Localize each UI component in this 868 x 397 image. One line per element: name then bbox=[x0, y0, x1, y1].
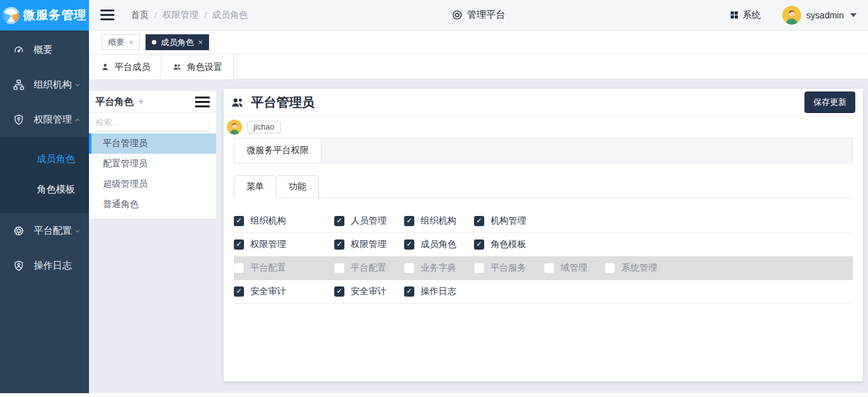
role-list: 平台管理员配置管理员超级管理员普通角色 bbox=[89, 131, 216, 215]
checkbox-checked-icon[interactable]: ✓ bbox=[334, 216, 344, 226]
checkbox-checked-icon[interactable]: ✓ bbox=[234, 239, 244, 250]
checkbox-checked-icon[interactable]: ✓ bbox=[474, 216, 484, 226]
role-search-input[interactable] bbox=[95, 118, 207, 127]
checkbox-checked-icon[interactable]: ✓ bbox=[234, 286, 244, 297]
role-panel-collapse-icon[interactable] bbox=[195, 97, 210, 107]
checkbox-checked-icon[interactable]: ✓ bbox=[234, 216, 244, 226]
checkbox-checked-icon[interactable]: ✓ bbox=[334, 286, 344, 297]
role-item-平台管理员[interactable]: 平台管理员 bbox=[89, 133, 216, 154]
sidebar-item-label: 组织机构 bbox=[34, 79, 72, 91]
add-role-button[interactable]: + bbox=[138, 96, 144, 107]
permission-cell: 业务字典 bbox=[404, 262, 474, 274]
inner-tab-菜单[interactable]: 菜单 bbox=[234, 175, 276, 198]
permission-label: 业务字典 bbox=[421, 262, 456, 274]
sidebar-nav: 概要组织机构权限管理成员角色角色模板平台配置操作日志 bbox=[0, 30, 89, 393]
breadcrumb-item[interactable]: 成员角色 bbox=[212, 10, 248, 21]
permission-cell: ✓人员管理 bbox=[334, 215, 404, 227]
sidebar-item-平台配置[interactable]: 平台配置 bbox=[0, 213, 89, 248]
breadcrumb-separator: / bbox=[154, 10, 157, 20]
sidebar-item-label: 操作日志 bbox=[34, 260, 72, 272]
chevron-down-icon bbox=[850, 13, 857, 17]
subtab-label: 平台成员 bbox=[115, 62, 151, 73]
header-bar: 首页/权限管理/成员角色 管理平台 系统 sysadmin bbox=[89, 0, 868, 30]
checkbox-checked-icon[interactable]: ✓ bbox=[404, 216, 414, 226]
permission-cell: 平台服务 bbox=[474, 262, 544, 274]
group-icon bbox=[172, 62, 182, 72]
sidebar-item-组织机构[interactable]: 组织机构 bbox=[0, 67, 89, 102]
sidebar-subitem-成员角色[interactable]: 成员角色 bbox=[0, 144, 89, 174]
subtab-平台成员[interactable]: 平台成员 bbox=[89, 55, 161, 79]
permission-label: 组织机构 bbox=[250, 215, 286, 227]
role-item-配置管理员[interactable]: 配置管理员 bbox=[89, 154, 216, 174]
permission-cell: 域管理 bbox=[544, 262, 605, 274]
role-item-普通角色[interactable]: 普通角色 bbox=[89, 194, 216, 215]
content-area: 平台角色 + 平台管理员配置管理员超级管理员普通角色 平台管理员 保存更新 ji… bbox=[89, 79, 868, 393]
role-search bbox=[95, 113, 210, 131]
chevron-up-icon bbox=[74, 116, 81, 124]
permission-label: 安全审计 bbox=[351, 286, 386, 297]
page-tab-概要[interactable]: 概要× bbox=[102, 34, 140, 50]
breadcrumb: 首页/权限管理/成员角色 bbox=[131, 10, 248, 21]
checkbox-checked-icon[interactable]: ✓ bbox=[404, 286, 414, 297]
permission-label: 域管理 bbox=[560, 262, 587, 274]
chevron-down-icon bbox=[74, 81, 81, 89]
checkbox-unchecked-icon bbox=[605, 263, 615, 273]
checkbox-checked-icon[interactable]: ✓ bbox=[404, 239, 414, 250]
close-icon[interactable]: × bbox=[129, 38, 133, 47]
sidebar-item-操作日志[interactable]: 操作日志 bbox=[0, 248, 89, 283]
user-avatar bbox=[782, 6, 801, 25]
permission-label: 组织机构 bbox=[421, 215, 456, 227]
tab-microservice-permissions[interactable]: 微服务平台权限 bbox=[234, 138, 322, 163]
subtab-label: 角色设置 bbox=[187, 62, 222, 73]
save-update-button[interactable]: 保存更新 bbox=[804, 91, 855, 113]
subtab-角色设置[interactable]: 角色设置 bbox=[161, 55, 234, 79]
role-item-超级管理员[interactable]: 超级管理员 bbox=[89, 174, 216, 194]
permission-cell: ✓机构管理 bbox=[474, 215, 544, 227]
page-tab-label: 概要 bbox=[108, 37, 125, 48]
permission-cell: ✓安全审计 bbox=[334, 286, 404, 297]
app-title: 微服务管理 bbox=[24, 7, 87, 24]
sidebar-submenu: 成员角色角色模板 bbox=[0, 137, 89, 213]
permission-cell: ✓安全审计 bbox=[234, 286, 334, 297]
search-icon bbox=[207, 118, 210, 126]
sidebar-item-概要[interactable]: 概要 bbox=[0, 32, 89, 67]
checkbox-checked-icon[interactable]: ✓ bbox=[334, 239, 344, 250]
sidebar-subitem-角色模板[interactable]: 角色模板 bbox=[0, 174, 89, 205]
system-menu[interactable]: 系统 bbox=[729, 10, 761, 21]
sidebar-item-权限管理[interactable]: 权限管理 bbox=[0, 102, 89, 137]
active-dot-icon bbox=[152, 40, 156, 44]
permission-label: 权限管理 bbox=[351, 239, 386, 250]
close-icon[interactable]: × bbox=[198, 38, 203, 47]
member-tag[interactable]: jichao bbox=[247, 121, 281, 133]
permission-cell: 平台配置 bbox=[334, 262, 404, 274]
page-tab-label: 成员角色 bbox=[161, 37, 194, 48]
permission-cell: ✓组织机构 bbox=[234, 215, 334, 227]
permission-row: ✓安全审计✓安全审计✓操作日志 bbox=[234, 280, 853, 304]
permission-label: 系统管理 bbox=[621, 262, 657, 274]
inner-tab-功能[interactable]: 功能 bbox=[276, 175, 319, 198]
person-icon bbox=[100, 62, 110, 72]
page-tab-成员角色[interactable]: 成员角色× bbox=[146, 34, 209, 50]
permission-row: ✓权限管理✓权限管理✓成员角色✓角色模板 bbox=[234, 233, 853, 257]
menu-collapse-icon[interactable] bbox=[100, 10, 114, 20]
group-icon bbox=[230, 95, 245, 110]
subtab-bar: 平台成员角色设置 bbox=[89, 55, 868, 79]
page-title: 平台管理员 bbox=[251, 94, 315, 111]
permission-cell: 系统管理 bbox=[605, 262, 675, 274]
permission-label: 成员角色 bbox=[421, 239, 456, 250]
user-menu[interactable]: sysadmin bbox=[782, 6, 857, 25]
permission-cell: ✓权限管理 bbox=[234, 239, 334, 250]
checkbox-checked-icon[interactable]: ✓ bbox=[474, 239, 484, 250]
shield-keyhole-icon bbox=[13, 114, 25, 126]
permission-row: ✓组织机构✓人员管理✓组织机构✓机构管理 bbox=[234, 210, 853, 233]
breadcrumb-item[interactable]: 权限管理 bbox=[163, 10, 198, 21]
permission-row: 平台配置平台配置业务字典平台服务域管理系统管理 bbox=[234, 257, 853, 280]
permission-tab-strip: 微服务平台权限 bbox=[234, 138, 853, 163]
permission-cell: ✓权限管理 bbox=[334, 239, 404, 250]
page-tab-bar: 概要×成员角色× bbox=[89, 30, 868, 55]
system-label: 系统 bbox=[743, 10, 761, 21]
permission-cell: ✓成员角色 bbox=[404, 239, 474, 250]
sitemap-icon bbox=[13, 79, 25, 91]
member-avatar bbox=[227, 119, 242, 135]
breadcrumb-item[interactable]: 首页 bbox=[131, 10, 149, 21]
